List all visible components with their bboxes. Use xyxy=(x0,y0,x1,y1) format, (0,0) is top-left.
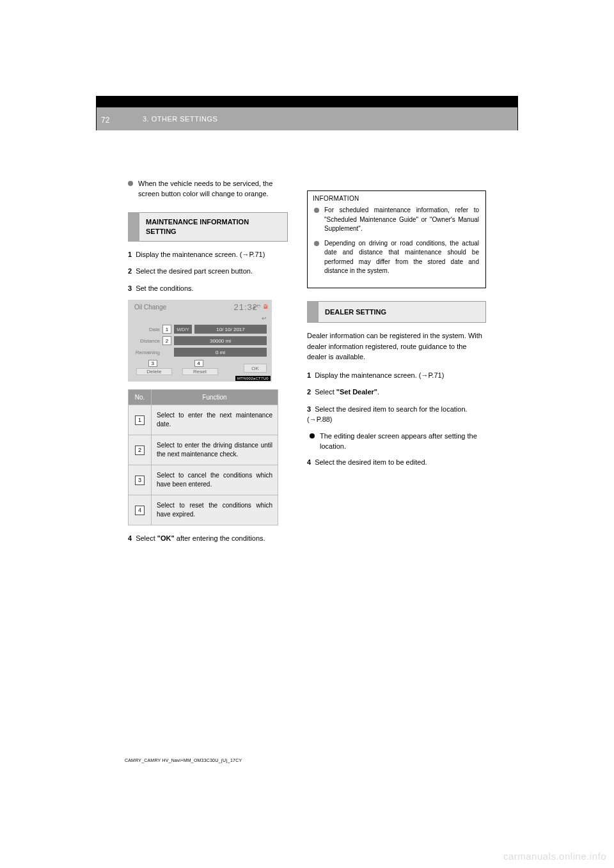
callout-1-icon: 1 xyxy=(162,325,171,334)
section-title-dealer: DEALER SETTING xyxy=(319,301,486,323)
step-text-a: Select xyxy=(315,388,336,396)
ok-button[interactable]: OK xyxy=(244,364,267,373)
col-header-function: Function xyxy=(152,390,278,405)
step-text-a: Select xyxy=(136,534,157,542)
row-desc-cell: Select to cancel the conditions which ha… xyxy=(152,465,278,495)
step-text-a: Select the desired item to search for th… xyxy=(315,405,467,413)
number-box-icon: 4 xyxy=(135,506,145,515)
distance-label: Distance xyxy=(133,338,162,344)
dealer-intro: Dealer information can be registered in … xyxy=(307,330,486,362)
date-label: Date xyxy=(133,327,162,332)
left-intro-text: When the vehicle needs to be serviced, t… xyxy=(138,179,288,199)
row-number-cell: 2 xyxy=(129,435,152,465)
reset-button[interactable]: Reset xyxy=(182,368,218,375)
step-ref: (→P.71) xyxy=(240,251,265,258)
row-number-cell: 1 xyxy=(129,405,152,435)
watermark-text: carmanuals.online.info xyxy=(503,851,606,862)
step-text: Select the desired part screen button. xyxy=(136,267,253,275)
step-ref: (→P.71) xyxy=(419,371,445,379)
info-bullet-1: For scheduled maintenance information, r… xyxy=(314,206,479,234)
number-box-icon: 3 xyxy=(135,476,145,485)
manual-page: 3. OTHER SETTINGS 72 When the vehicle ne… xyxy=(0,0,614,868)
screenshot-title: Oil Change xyxy=(134,304,166,311)
left-intro-bullet: When the vehicle needs to be serviced, t… xyxy=(128,179,288,199)
mdy-button[interactable]: M/D/Y xyxy=(174,325,192,334)
row-desc-cell: Select to enter the driving distance unt… xyxy=(152,435,278,465)
bullet-icon xyxy=(314,208,319,213)
section-maintenance-info: MAINTENANCE INFORMATION SETTING xyxy=(128,212,288,242)
step-number: 3 xyxy=(307,405,311,413)
left-step-3: 3Set the conditions. xyxy=(128,283,288,294)
section-tab-icon xyxy=(307,301,319,323)
step-text-b: . xyxy=(377,388,379,396)
info-bullet-2: Depending on driving or road conditions,… xyxy=(314,239,479,276)
number-box-icon: 1 xyxy=(135,415,145,425)
step-text: Set the conditions. xyxy=(136,284,194,292)
step-number: 4 xyxy=(307,458,311,466)
step-ref: (→P.88) xyxy=(307,415,333,423)
step-number: 2 xyxy=(307,388,311,396)
back-icon[interactable]: ↩ xyxy=(262,315,267,322)
step-quote: "Set Dealer" xyxy=(336,388,377,396)
table-row: 2 Select to enter the driving distance u… xyxy=(129,435,278,465)
screenshot-code: MTN002aCT7U0 xyxy=(235,376,271,381)
step-number: 2 xyxy=(128,267,132,275)
section-dealer-setting: DEALER SETTING xyxy=(307,301,486,323)
step-text: Display the maintenance screen. xyxy=(315,371,417,379)
table-header-row: No. Function xyxy=(129,390,278,405)
remaining-field: 0 mi xyxy=(174,348,267,357)
step-number: 1 xyxy=(307,371,311,379)
left-step-4: 4Select "OK" after entering the conditio… xyxy=(128,533,288,544)
bullet-icon xyxy=(310,433,315,438)
right-column: INFORMATION For scheduled maintenance in… xyxy=(307,179,486,474)
col-header-no: No. xyxy=(129,390,152,405)
reset-column: 4 Reset xyxy=(179,360,221,375)
step-number: 3 xyxy=(128,284,132,292)
step-text: Select the desired item to be edited. xyxy=(315,458,427,466)
step-text: Display the maintenance screen. xyxy=(136,251,238,258)
information-title: INFORMATION xyxy=(308,191,485,202)
footer-code: CAMRY_CAMRY HV_Navi+MM_OM33C30U_(U)_17CY xyxy=(125,758,242,763)
breadcrumb-text: 3. OTHER SETTINGS xyxy=(143,115,217,123)
section-tab-icon xyxy=(128,212,139,242)
step-quote: "OK" xyxy=(157,534,175,542)
delete-column: 3 Delete xyxy=(133,360,175,375)
screenshot-status-icons: ◢ ⛉ ⛽ xyxy=(252,304,269,309)
info-text-1: For scheduled maintenance information, r… xyxy=(324,206,479,234)
right-step-2: 2Select "Set Dealer". xyxy=(307,387,486,398)
header-breadcrumb-bar: 3. OTHER SETTINGS xyxy=(97,107,517,130)
remaining-label: Remaining xyxy=(133,350,162,355)
date-field[interactable]: 10/ 10/ 2017 xyxy=(194,325,267,334)
section-title-maintenance: MAINTENANCE INFORMATION SETTING xyxy=(139,212,288,242)
table-row: 4 Select to reset the conditions which h… xyxy=(129,495,278,525)
information-box: INFORMATION For scheduled maintenance in… xyxy=(307,190,486,288)
table-row: 3 Select to cancel the conditions which … xyxy=(129,465,278,495)
right-step-3: 3Select the desired item to search for t… xyxy=(307,404,486,425)
left-column: When the vehicle needs to be serviced, t… xyxy=(128,179,288,550)
note-text: The editing dealer screen appears after … xyxy=(320,431,486,452)
bullet-icon xyxy=(314,241,319,246)
right-step-4: 4Select the desired item to be edited. xyxy=(307,457,486,468)
oil-change-screenshot: Oil Change 21:32 ◢ ⛉ ⛽ ↩ Date 1 M/D/Y 10… xyxy=(128,300,272,382)
function-table: No. Function 1 Select to enter the next … xyxy=(128,389,278,525)
information-body: For scheduled maintenance information, r… xyxy=(308,202,485,288)
callout-2-icon: 2 xyxy=(162,336,171,345)
bullet-icon xyxy=(128,181,133,186)
row-desc-cell: Select to enter the next maintenance dat… xyxy=(152,405,278,435)
distance-field[interactable]: 30000 mi xyxy=(174,336,267,345)
row-number-cell: 3 xyxy=(129,465,152,495)
number-box-icon: 2 xyxy=(135,446,145,455)
info-text-2: Depending on driving or road conditions,… xyxy=(324,239,479,276)
row-number-cell: 4 xyxy=(129,495,152,525)
right-step-3-note: The editing dealer screen appears after … xyxy=(310,431,486,452)
delete-button[interactable]: Delete xyxy=(136,368,172,375)
screenshot-row-distance: Distance 2 30000 mi xyxy=(133,336,267,346)
step-text-b: after entering the conditions. xyxy=(175,534,265,542)
step-number: 4 xyxy=(128,534,132,542)
table-row: 1 Select to enter the next maintenance d… xyxy=(129,405,278,435)
right-step-1: 1Display the maintenance screen. (→P.71) xyxy=(307,370,486,381)
callout-3-icon: 3 xyxy=(148,360,157,367)
callout-4-icon: 4 xyxy=(194,360,203,367)
left-step-1: 1Display the maintenance screen. (→P.71) xyxy=(128,249,288,260)
row-desc-cell: Select to reset the conditions which hav… xyxy=(152,495,278,525)
